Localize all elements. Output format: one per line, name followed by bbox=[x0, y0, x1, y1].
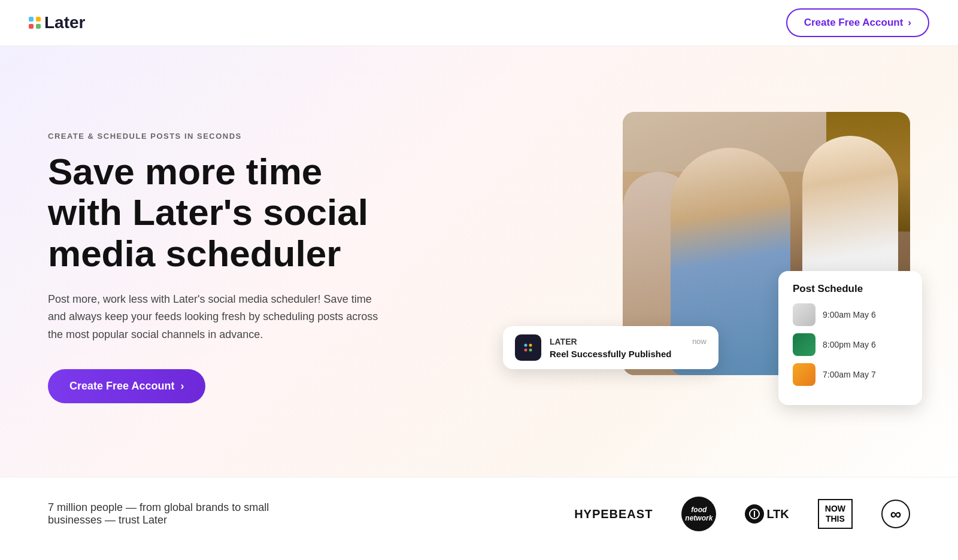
logo: Later bbox=[29, 13, 85, 32]
ltk-circle-icon bbox=[745, 504, 764, 524]
schedule-item-3: 7:00am May 7 bbox=[793, 363, 908, 386]
svg-point-4 bbox=[529, 349, 532, 352]
schedule-thumb-3 bbox=[793, 363, 815, 386]
trust-logos: HYPEBEAST foodnetwork LTK NOWTHIS ∞ bbox=[323, 497, 910, 531]
logo-dot-2 bbox=[36, 17, 41, 22]
logo-dot-4 bbox=[36, 24, 41, 29]
svg-point-1 bbox=[525, 344, 527, 347]
brand-ltk: LTK bbox=[745, 504, 789, 524]
svg-point-2 bbox=[529, 344, 532, 347]
logo-dot-1 bbox=[29, 17, 34, 22]
brand-now-this: NOWTHIS bbox=[818, 499, 853, 529]
ltk-svg bbox=[749, 509, 760, 519]
logo-icon bbox=[29, 17, 41, 29]
nav-create-account-button[interactable]: Create Free Account › bbox=[786, 8, 929, 37]
brand-food-network: foodnetwork bbox=[681, 497, 716, 531]
schedule-time-3: 7:00am May 7 bbox=[823, 370, 876, 379]
hero-title: Save more time with Later's social media… bbox=[48, 151, 383, 274]
brand-adobe: ∞ bbox=[881, 500, 910, 528]
navigation: Later Create Free Account › bbox=[0, 0, 958, 46]
later-icon-svg bbox=[520, 339, 536, 356]
notification-content: LATER now Reel Successfully Published bbox=[550, 337, 707, 359]
trust-text: 7 million people — from global brands to… bbox=[48, 501, 287, 526]
hero-eyebrow: CREATE & SCHEDULE POSTS IN SECONDS bbox=[48, 132, 383, 141]
hero-create-account-button[interactable]: Create Free Account › bbox=[48, 369, 205, 403]
schedule-card: Post Schedule 9:00am May 6 8:00pm May 6 … bbox=[778, 271, 922, 405]
schedule-thumb-2 bbox=[793, 333, 815, 356]
schedule-thumb-1 bbox=[793, 303, 815, 326]
notification-app-icon bbox=[515, 334, 541, 361]
trust-bar: 7 million people — from global brands to… bbox=[0, 477, 958, 550]
schedule-time-2: 8:00pm May 6 bbox=[823, 340, 876, 349]
hero-right: LATER now Reel Successfully Published Po… bbox=[503, 112, 910, 423]
nav-cta-label: Create Free Account bbox=[804, 17, 904, 29]
svg-rect-0 bbox=[520, 339, 536, 356]
schedule-item-1: 9:00am May 6 bbox=[793, 303, 908, 326]
logo-dot-3 bbox=[29, 24, 34, 29]
schedule-time-1: 9:00am May 6 bbox=[823, 310, 876, 319]
notification-message: Reel Successfully Published bbox=[550, 349, 707, 359]
schedule-card-title: Post Schedule bbox=[793, 283, 908, 295]
logo-text: Later bbox=[44, 13, 85, 32]
notification-card: LATER now Reel Successfully Published bbox=[503, 326, 718, 369]
hero-cta-label: Create Free Account bbox=[69, 380, 174, 392]
hero-left: CREATE & SCHEDULE POSTS IN SECONDS Save … bbox=[48, 132, 383, 403]
svg-point-3 bbox=[525, 349, 527, 352]
ltk-label: LTK bbox=[766, 507, 789, 521]
hero-description: Post more, work less with Later's social… bbox=[48, 291, 383, 344]
notification-app-name: LATER bbox=[550, 337, 577, 346]
notification-top: LATER now bbox=[550, 337, 707, 346]
notification-time: now bbox=[692, 337, 707, 346]
hero-section: CREATE & SCHEDULE POSTS IN SECONDS Save … bbox=[0, 46, 958, 477]
brand-hypebeast: HYPEBEAST bbox=[574, 507, 653, 521]
schedule-item-2: 8:00pm May 6 bbox=[793, 333, 908, 356]
hero-cta-arrow: › bbox=[180, 380, 184, 392]
nav-cta-arrow: › bbox=[908, 17, 911, 29]
